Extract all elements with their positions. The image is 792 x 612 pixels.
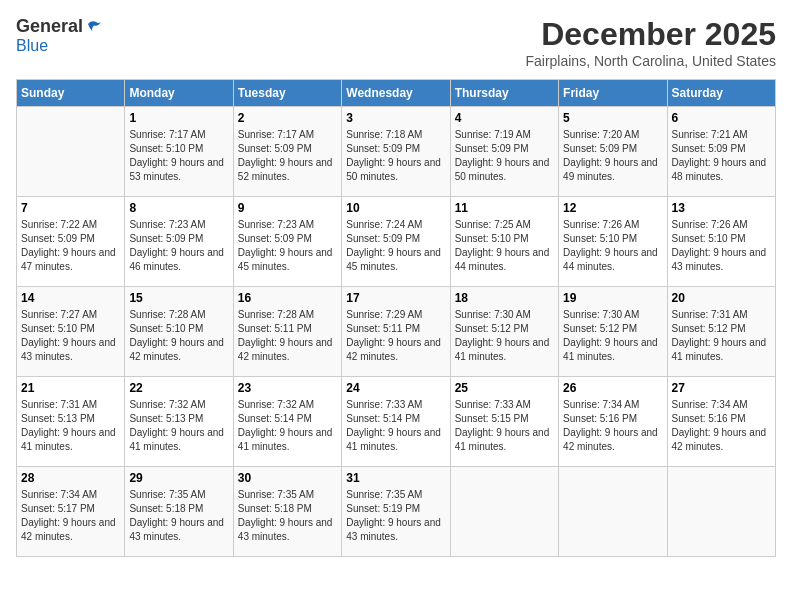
- calendar-day-cell: 31Sunrise: 7:35 AMSunset: 5:19 PMDayligh…: [342, 467, 450, 557]
- calendar-day-cell: 28Sunrise: 7:34 AMSunset: 5:17 PMDayligh…: [17, 467, 125, 557]
- calendar-day-cell: 1Sunrise: 7:17 AMSunset: 5:10 PMDaylight…: [125, 107, 233, 197]
- day-info: Sunrise: 7:34 AMSunset: 5:16 PMDaylight:…: [672, 398, 771, 454]
- day-info: Sunrise: 7:29 AMSunset: 5:11 PMDaylight:…: [346, 308, 445, 364]
- calendar-day-cell: 26Sunrise: 7:34 AMSunset: 5:16 PMDayligh…: [559, 377, 667, 467]
- calendar-empty-cell: [559, 467, 667, 557]
- day-number: 4: [455, 111, 554, 125]
- day-number: 5: [563, 111, 662, 125]
- day-number: 16: [238, 291, 337, 305]
- calendar-week-row: 7Sunrise: 7:22 AMSunset: 5:09 PMDaylight…: [17, 197, 776, 287]
- calendar-day-cell: 11Sunrise: 7:25 AMSunset: 5:10 PMDayligh…: [450, 197, 558, 287]
- day-info: Sunrise: 7:35 AMSunset: 5:18 PMDaylight:…: [238, 488, 337, 544]
- day-info: Sunrise: 7:26 AMSunset: 5:10 PMDaylight:…: [672, 218, 771, 274]
- calendar-day-cell: 13Sunrise: 7:26 AMSunset: 5:10 PMDayligh…: [667, 197, 775, 287]
- day-info: Sunrise: 7:33 AMSunset: 5:14 PMDaylight:…: [346, 398, 445, 454]
- day-number: 25: [455, 381, 554, 395]
- calendar-day-cell: 18Sunrise: 7:30 AMSunset: 5:12 PMDayligh…: [450, 287, 558, 377]
- day-info: Sunrise: 7:26 AMSunset: 5:10 PMDaylight:…: [563, 218, 662, 274]
- calendar-empty-cell: [17, 107, 125, 197]
- day-number: 26: [563, 381, 662, 395]
- weekday-header: Saturday: [667, 80, 775, 107]
- day-number: 14: [21, 291, 120, 305]
- calendar-day-cell: 9Sunrise: 7:23 AMSunset: 5:09 PMDaylight…: [233, 197, 341, 287]
- day-info: Sunrise: 7:17 AMSunset: 5:10 PMDaylight:…: [129, 128, 228, 184]
- location-text: Fairplains, North Carolina, United State…: [525, 53, 776, 69]
- day-number: 1: [129, 111, 228, 125]
- day-info: Sunrise: 7:18 AMSunset: 5:09 PMDaylight:…: [346, 128, 445, 184]
- day-number: 11: [455, 201, 554, 215]
- weekday-header: Monday: [125, 80, 233, 107]
- day-info: Sunrise: 7:27 AMSunset: 5:10 PMDaylight:…: [21, 308, 120, 364]
- day-number: 27: [672, 381, 771, 395]
- logo-general-text: General: [16, 16, 83, 37]
- day-number: 13: [672, 201, 771, 215]
- day-number: 22: [129, 381, 228, 395]
- day-number: 8: [129, 201, 228, 215]
- weekday-header: Friday: [559, 80, 667, 107]
- logo-bird-icon: [85, 18, 103, 36]
- calendar-day-cell: 17Sunrise: 7:29 AMSunset: 5:11 PMDayligh…: [342, 287, 450, 377]
- day-info: Sunrise: 7:35 AMSunset: 5:18 PMDaylight:…: [129, 488, 228, 544]
- day-number: 18: [455, 291, 554, 305]
- day-info: Sunrise: 7:35 AMSunset: 5:19 PMDaylight:…: [346, 488, 445, 544]
- day-info: Sunrise: 7:32 AMSunset: 5:14 PMDaylight:…: [238, 398, 337, 454]
- calendar-day-cell: 15Sunrise: 7:28 AMSunset: 5:10 PMDayligh…: [125, 287, 233, 377]
- day-number: 15: [129, 291, 228, 305]
- weekday-header: Tuesday: [233, 80, 341, 107]
- day-number: 10: [346, 201, 445, 215]
- day-info: Sunrise: 7:21 AMSunset: 5:09 PMDaylight:…: [672, 128, 771, 184]
- day-number: 3: [346, 111, 445, 125]
- calendar-day-cell: 20Sunrise: 7:31 AMSunset: 5:12 PMDayligh…: [667, 287, 775, 377]
- calendar-day-cell: 30Sunrise: 7:35 AMSunset: 5:18 PMDayligh…: [233, 467, 341, 557]
- day-info: Sunrise: 7:24 AMSunset: 5:09 PMDaylight:…: [346, 218, 445, 274]
- calendar-day-cell: 16Sunrise: 7:28 AMSunset: 5:11 PMDayligh…: [233, 287, 341, 377]
- calendar-day-cell: 27Sunrise: 7:34 AMSunset: 5:16 PMDayligh…: [667, 377, 775, 467]
- day-info: Sunrise: 7:28 AMSunset: 5:10 PMDaylight:…: [129, 308, 228, 364]
- day-number: 31: [346, 471, 445, 485]
- calendar-day-cell: 25Sunrise: 7:33 AMSunset: 5:15 PMDayligh…: [450, 377, 558, 467]
- calendar-day-cell: 10Sunrise: 7:24 AMSunset: 5:09 PMDayligh…: [342, 197, 450, 287]
- day-info: Sunrise: 7:28 AMSunset: 5:11 PMDaylight:…: [238, 308, 337, 364]
- calendar-header-row: SundayMondayTuesdayWednesdayThursdayFrid…: [17, 80, 776, 107]
- weekday-header: Thursday: [450, 80, 558, 107]
- calendar-day-cell: 3Sunrise: 7:18 AMSunset: 5:09 PMDaylight…: [342, 107, 450, 197]
- day-number: 2: [238, 111, 337, 125]
- day-number: 17: [346, 291, 445, 305]
- day-info: Sunrise: 7:20 AMSunset: 5:09 PMDaylight:…: [563, 128, 662, 184]
- calendar-day-cell: 14Sunrise: 7:27 AMSunset: 5:10 PMDayligh…: [17, 287, 125, 377]
- page-header: General Blue December 2025 Fairplains, N…: [16, 16, 776, 69]
- calendar-day-cell: 5Sunrise: 7:20 AMSunset: 5:09 PMDaylight…: [559, 107, 667, 197]
- day-number: 6: [672, 111, 771, 125]
- day-info: Sunrise: 7:33 AMSunset: 5:15 PMDaylight:…: [455, 398, 554, 454]
- calendar-day-cell: 29Sunrise: 7:35 AMSunset: 5:18 PMDayligh…: [125, 467, 233, 557]
- day-info: Sunrise: 7:25 AMSunset: 5:10 PMDaylight:…: [455, 218, 554, 274]
- day-number: 21: [21, 381, 120, 395]
- day-number: 24: [346, 381, 445, 395]
- day-info: Sunrise: 7:31 AMSunset: 5:13 PMDaylight:…: [21, 398, 120, 454]
- calendar-day-cell: 23Sunrise: 7:32 AMSunset: 5:14 PMDayligh…: [233, 377, 341, 467]
- day-info: Sunrise: 7:23 AMSunset: 5:09 PMDaylight:…: [129, 218, 228, 274]
- day-info: Sunrise: 7:30 AMSunset: 5:12 PMDaylight:…: [563, 308, 662, 364]
- calendar-week-row: 28Sunrise: 7:34 AMSunset: 5:17 PMDayligh…: [17, 467, 776, 557]
- day-number: 30: [238, 471, 337, 485]
- logo: General Blue: [16, 16, 103, 55]
- calendar-day-cell: 8Sunrise: 7:23 AMSunset: 5:09 PMDaylight…: [125, 197, 233, 287]
- calendar-table: SundayMondayTuesdayWednesdayThursdayFrid…: [16, 79, 776, 557]
- day-number: 19: [563, 291, 662, 305]
- day-info: Sunrise: 7:19 AMSunset: 5:09 PMDaylight:…: [455, 128, 554, 184]
- day-info: Sunrise: 7:32 AMSunset: 5:13 PMDaylight:…: [129, 398, 228, 454]
- day-info: Sunrise: 7:22 AMSunset: 5:09 PMDaylight:…: [21, 218, 120, 274]
- day-info: Sunrise: 7:30 AMSunset: 5:12 PMDaylight:…: [455, 308, 554, 364]
- day-info: Sunrise: 7:34 AMSunset: 5:16 PMDaylight:…: [563, 398, 662, 454]
- day-number: 23: [238, 381, 337, 395]
- day-info: Sunrise: 7:34 AMSunset: 5:17 PMDaylight:…: [21, 488, 120, 544]
- calendar-day-cell: 19Sunrise: 7:30 AMSunset: 5:12 PMDayligh…: [559, 287, 667, 377]
- calendar-empty-cell: [450, 467, 558, 557]
- calendar-week-row: 14Sunrise: 7:27 AMSunset: 5:10 PMDayligh…: [17, 287, 776, 377]
- day-number: 29: [129, 471, 228, 485]
- calendar-day-cell: 6Sunrise: 7:21 AMSunset: 5:09 PMDaylight…: [667, 107, 775, 197]
- calendar-week-row: 21Sunrise: 7:31 AMSunset: 5:13 PMDayligh…: [17, 377, 776, 467]
- calendar-day-cell: 21Sunrise: 7:31 AMSunset: 5:13 PMDayligh…: [17, 377, 125, 467]
- calendar-week-row: 1Sunrise: 7:17 AMSunset: 5:10 PMDaylight…: [17, 107, 776, 197]
- day-info: Sunrise: 7:17 AMSunset: 5:09 PMDaylight:…: [238, 128, 337, 184]
